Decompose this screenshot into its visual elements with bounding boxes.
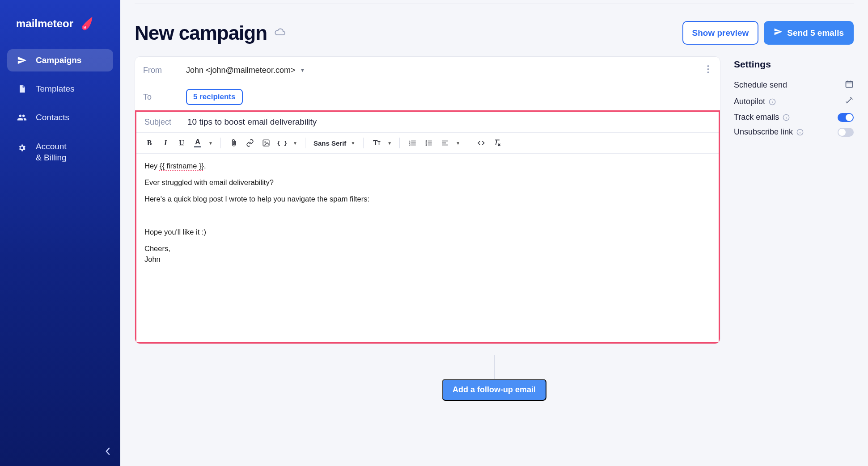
collapse-sidebar-button[interactable] — [105, 446, 110, 458]
svg-text:M: M — [84, 26, 86, 29]
sidebar-item-label: Account & Billing — [36, 141, 67, 163]
more-options-button[interactable] — [704, 62, 712, 78]
italic-button[interactable]: I — [159, 136, 172, 150]
chevron-down-icon: ▼ — [300, 67, 305, 73]
people-icon — [17, 113, 27, 122]
unsubscribe-link-toggle[interactable] — [838, 128, 854, 137]
setting-track-emails[interactable]: Track emails — [734, 110, 854, 125]
sidebar-item-label: Campaigns — [36, 55, 81, 65]
sidebar-item-campaigns[interactable]: Campaigns — [7, 49, 113, 71]
connector-line — [494, 355, 495, 379]
body-text: John — [144, 254, 711, 264]
image-button[interactable] — [259, 136, 273, 150]
body-text: Hey — [144, 162, 160, 170]
body-text: , — [204, 162, 206, 170]
recipients-chip[interactable]: 5 recipients — [186, 89, 243, 105]
from-selector[interactable]: John <john@mailmeteor.com> ▼ — [186, 66, 305, 75]
send-emails-button[interactable]: Send 5 emails — [764, 21, 854, 45]
calendar-icon — [845, 80, 854, 91]
from-label: From — [143, 66, 175, 75]
clear-formatting-button[interactable] — [491, 136, 504, 150]
ordered-list-button[interactable]: 123 — [406, 136, 419, 150]
editor-highlight: Subject B I U A ▼ { } ▼ — [135, 110, 720, 344]
font-family-selector[interactable]: Sans Serif ▼ — [312, 139, 357, 147]
setting-label: Autopilot — [734, 97, 765, 106]
setting-schedule-send[interactable]: Schedule send — [734, 77, 854, 93]
page-title: New campaign — [135, 22, 267, 44]
sidebar-item-templates[interactable]: Templates — [7, 78, 113, 100]
subject-input[interactable] — [187, 117, 711, 127]
body-text: Ever struggled with email deliverability… — [144, 177, 711, 188]
body-text: Hope you'll like it :) — [144, 227, 711, 237]
from-row: From John <john@mailmeteor.com> ▼ — [135, 57, 720, 84]
svg-point-12 — [426, 144, 427, 146]
svg-point-3 — [707, 68, 709, 70]
track-emails-toggle[interactable] — [838, 113, 854, 122]
svg-point-6 — [264, 141, 266, 143]
text-color-button[interactable]: A — [191, 136, 204, 150]
setting-label: Unsubscribe link — [734, 127, 793, 137]
font-size-button[interactable]: TT — [370, 136, 383, 150]
gear-icon — [17, 143, 27, 153]
link-button[interactable] — [243, 136, 257, 150]
button-label: Send 5 emails — [787, 28, 844, 38]
document-icon — [17, 84, 27, 94]
setting-label: Schedule send — [734, 80, 787, 90]
body-text: Here's a quick blog post I wrote to help… — [144, 194, 711, 204]
font-family-value: Sans Serif — [313, 139, 346, 147]
svg-point-11 — [426, 143, 427, 144]
button-label: Show preview — [692, 28, 749, 38]
chevron-down-icon[interactable]: ▼ — [386, 136, 393, 150]
email-editor-card: From John <john@mailmeteor.com> ▼ To 5 r… — [135, 56, 720, 344]
info-icon — [796, 129, 804, 136]
logo[interactable]: mailmeteor M — [16, 16, 113, 31]
sidebar: mailmeteor M Campaigns Templates Contact… — [0, 0, 120, 466]
svg-point-4 — [707, 71, 709, 73]
chevron-down-icon[interactable]: ▼ — [292, 136, 299, 150]
sidebar-item-label: Contacts — [36, 113, 69, 122]
to-label: To — [143, 92, 175, 102]
underline-button[interactable]: U — [175, 136, 188, 150]
page-header: New campaign Show preview Send 5 emails — [135, 21, 854, 45]
sidebar-item-account-billing[interactable]: Account & Billing — [7, 135, 113, 169]
setting-unsubscribe-link[interactable]: Unsubscribe link — [734, 125, 854, 139]
chevron-down-icon[interactable]: ▼ — [207, 136, 214, 150]
magic-wand-icon — [845, 96, 854, 107]
info-icon — [769, 98, 776, 105]
bullet-list-button[interactable] — [422, 136, 436, 150]
merge-tag: {{ firstname }} — [160, 162, 204, 170]
from-value: John <john@mailmeteor.com> — [186, 66, 295, 75]
formatting-toolbar: B I U A ▼ { } ▼ Sans Serif ▼ — [136, 133, 719, 154]
svg-text:3: 3 — [409, 143, 411, 146]
show-preview-button[interactable]: Show preview — [682, 21, 759, 45]
email-body-editor[interactable]: Hey {{ firstname }}, Ever struggled with… — [136, 154, 719, 342]
settings-title: Settings — [734, 59, 854, 70]
logo-meteor-icon: M — [78, 16, 93, 31]
svg-point-2 — [707, 65, 709, 67]
svg-rect-5 — [263, 140, 269, 146]
bold-button[interactable]: B — [143, 136, 156, 150]
merge-field-button[interactable]: { } — [275, 136, 289, 150]
subject-row: Subject — [136, 112, 719, 133]
settings-panel: Settings Schedule send Autopilot Track e… — [734, 56, 854, 139]
main-content: New campaign Show preview Send 5 emails … — [120, 0, 868, 466]
setting-autopilot[interactable]: Autopilot — [734, 93, 854, 110]
chevron-down-icon: ▼ — [351, 141, 355, 146]
logo-wordmark: mailmeteor — [16, 17, 73, 30]
cloud-sync-icon — [274, 28, 286, 38]
add-followup-button[interactable]: Add a follow-up email — [442, 379, 546, 401]
body-text: Cheers, — [144, 243, 711, 254]
chevron-down-icon[interactable]: ▼ — [454, 136, 462, 150]
sidebar-item-contacts[interactable]: Contacts — [7, 106, 113, 129]
code-view-button[interactable] — [474, 136, 488, 150]
setting-label: Track emails — [734, 113, 779, 122]
attachment-button[interactable] — [227, 136, 241, 150]
followup-section: Add a follow-up email — [135, 355, 854, 401]
to-row: To 5 recipients — [135, 84, 720, 110]
svg-rect-13 — [846, 81, 853, 87]
svg-point-10 — [426, 140, 427, 142]
send-icon — [17, 55, 27, 65]
align-button[interactable] — [438, 136, 452, 150]
send-icon — [774, 27, 783, 38]
info-icon — [783, 114, 790, 121]
